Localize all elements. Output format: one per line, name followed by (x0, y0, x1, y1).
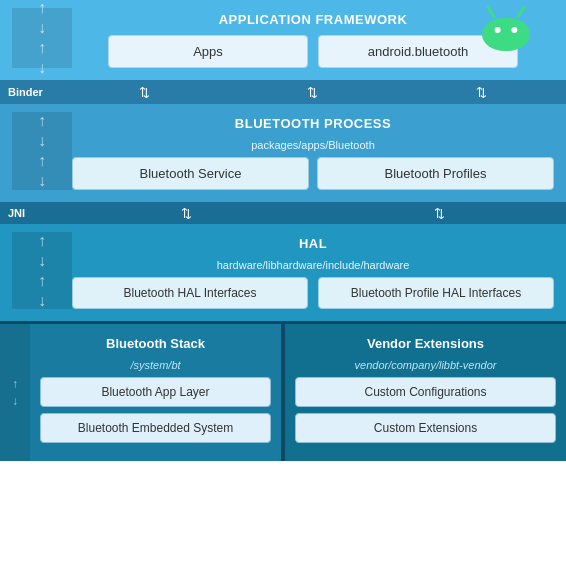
jni-arrow-2: ⇅ (434, 206, 445, 221)
bt-profile-hal-interfaces-card: Bluetooth Profile HAL Interfaces (318, 277, 554, 309)
arrow-down-1: ↓ (38, 20, 46, 36)
bt-stack-inner: Bluetooth Stack /system/bt Bluetooth App… (40, 332, 271, 443)
hal-subtitle: hardware/libhardware/include/hardware (72, 259, 554, 271)
bt-process-title: BLUETOOTH PROCESS (72, 112, 554, 139)
bt-stack-arrow-1: ↑ (12, 377, 18, 391)
bt-stack-subtitle: /system/bt (40, 359, 271, 371)
binder-arrow-2: ⇅ (307, 85, 318, 100)
bt-process-arrows: ↑ ↓ ↑ ↓ (12, 112, 72, 190)
svg-line-1 (518, 7, 524, 17)
hal-title: HAL (72, 232, 554, 259)
hal-section: ↑ ↓ ↑ ↓ HAL hardware/libhardware/include… (0, 224, 566, 321)
jni-row: JNI ⇅ ⇅ (0, 202, 566, 224)
hal-arrows: ↑ ↓ ↑ ↓ (12, 232, 72, 309)
bt-process-inner: BLUETOOTH PROCESS packages/apps/Bluetoot… (72, 112, 554, 190)
binder-arrow-3: ⇅ (476, 85, 487, 100)
bt-process-subtitle: packages/apps/Bluetooth (72, 139, 554, 151)
bt-stack-section: ↑ ↓ Bluetooth Stack /system/bt Bluetooth… (0, 324, 281, 461)
jni-label: JNI (0, 207, 25, 219)
bt-arrow-up-2: ↑ (38, 153, 46, 169)
custom-extensions-card: Custom Extensions (295, 413, 556, 443)
apps-card: Apps (108, 35, 308, 68)
bt-stack-side: ↑ ↓ (0, 324, 30, 461)
bt-arrow-down-1: ↓ (38, 133, 46, 149)
bt-embedded-system-card: Bluetooth Embedded System (40, 413, 271, 443)
vendor-ext-section: Vendor Extensions vendor/company/libbt-v… (285, 324, 566, 461)
hal-cards: Bluetooth HAL Interfaces Bluetooth Profi… (72, 277, 554, 309)
bt-app-layer-card: Bluetooth App Layer (40, 377, 271, 407)
app-framework-arrows: ↑ ↓ ↑ ↓ (12, 8, 72, 68)
bt-process-cards: Bluetooth Service Bluetooth Profiles (72, 157, 554, 190)
bt-arrow-up-1: ↑ (38, 113, 46, 129)
bottom-row: ↑ ↓ Bluetooth Stack /system/bt Bluetooth… (0, 324, 566, 461)
svg-point-3 (495, 27, 501, 33)
bt-process-section: ↑ ↓ ↑ ↓ BLUETOOTH PROCESS packages/apps/… (0, 104, 566, 202)
bt-stack-arrow-2: ↓ (12, 394, 18, 408)
jni-arrow-1: ⇅ (181, 206, 192, 221)
hal-arrow-down-2: ↓ (38, 293, 46, 309)
hal-inner: HAL hardware/libhardware/include/hardwar… (72, 232, 554, 309)
bluetooth-profiles-card: Bluetooth Profiles (317, 157, 554, 190)
android-logo (476, 0, 536, 60)
svg-line-0 (488, 7, 494, 17)
diagram-container: ↑ ↓ ↑ ↓ APPLICATION FRAMEWORK Apps andro… (0, 0, 566, 461)
binder-arrow-1: ⇅ (139, 85, 150, 100)
hal-arrow-down-1: ↓ (38, 253, 46, 269)
arrow-up-1: ↑ (38, 0, 46, 16)
bluetooth-service-card: Bluetooth Service (72, 157, 309, 190)
svg-rect-2 (482, 18, 530, 51)
binder-label: Binder (0, 86, 43, 98)
vendor-ext-subtitle: vendor/company/libbt-vendor (295, 359, 556, 371)
hal-arrow-up-2: ↑ (38, 273, 46, 289)
bt-stack-title: Bluetooth Stack (40, 332, 271, 359)
arrow-down-2: ↓ (38, 60, 46, 76)
binder-arrows: ⇅ ⇅ ⇅ (60, 80, 566, 104)
svg-point-4 (511, 27, 517, 33)
arrow-up-2: ↑ (38, 40, 46, 56)
jni-arrows: ⇅ ⇅ (60, 202, 566, 224)
bt-hal-interfaces-card: Bluetooth HAL Interfaces (72, 277, 308, 309)
bt-arrow-down-2: ↓ (38, 173, 46, 189)
vendor-ext-title: Vendor Extensions (295, 332, 556, 359)
binder-row: Binder ⇅ ⇅ ⇅ (0, 80, 566, 104)
hal-arrow-up-1: ↑ (38, 233, 46, 249)
custom-configurations-card: Custom Configurations (295, 377, 556, 407)
